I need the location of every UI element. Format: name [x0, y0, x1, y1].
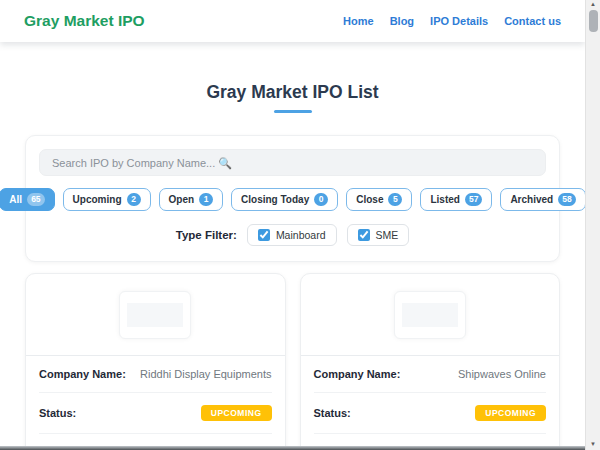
header: Gray Market IPO Home Blog IPO Details Co… — [0, 0, 585, 42]
logo-placeholder-inner — [402, 303, 458, 327]
nav-contact-us[interactable]: Contact us — [504, 15, 561, 27]
card-detail-rows: Company Name: Shipwaves Online Status: U… — [301, 356, 560, 450]
filter-all-label: All — [9, 194, 22, 205]
filter-open-count: 1 — [199, 193, 213, 206]
checkbox-sme[interactable]: SME — [347, 224, 410, 246]
company-name-label: Company Name: — [314, 368, 401, 380]
nav-home[interactable]: Home — [343, 15, 374, 27]
company-logo-placeholder — [119, 291, 191, 339]
filter-archived-label: Archived — [510, 194, 553, 205]
status-filter-row: All 65 Upcoming 2 Open 1 Closing Today 0… — [39, 188, 546, 211]
filter-closing-today-count: 0 — [314, 193, 328, 206]
company-name-value: Shipwaves Online — [458, 368, 546, 380]
ipo-card-grid: Company Name: Riddhi Display Equipments … — [25, 273, 560, 450]
filter-closing-today-label: Closing Today — [241, 194, 309, 205]
ipo-card-shipwaves[interactable]: Company Name: Shipwaves Online Status: U… — [300, 273, 561, 450]
filter-upcoming[interactable]: Upcoming 2 — [63, 188, 151, 211]
status-row: Status: UPCOMING — [314, 392, 547, 433]
filter-open-label: Open — [169, 194, 195, 205]
filter-open[interactable]: Open 1 — [159, 188, 224, 211]
main-nav: Home Blog IPO Details Contact us — [343, 15, 561, 27]
brand-logo[interactable]: Gray Market IPO — [24, 12, 145, 30]
page-title: Gray Market IPO List — [0, 82, 585, 103]
company-name-row: Company Name: Shipwaves Online — [314, 356, 547, 392]
filter-upcoming-count: 2 — [127, 193, 141, 206]
search-input[interactable] — [39, 149, 546, 176]
bottom-edge-strip — [0, 446, 585, 450]
company-name-row: Company Name: Riddhi Display Equipments — [39, 356, 272, 392]
status-badge: UPCOMING — [475, 405, 546, 421]
search-filter-panel: All 65 Upcoming 2 Open 1 Closing Today 0… — [25, 135, 560, 262]
company-logo-area — [301, 274, 560, 356]
filter-closing-today[interactable]: Closing Today 0 — [231, 188, 338, 211]
filter-all-count: 65 — [27, 193, 44, 206]
sme-checkbox-label: SME — [376, 229, 399, 241]
page-viewport: Gray Market IPO Home Blog IPO Details Co… — [0, 0, 585, 450]
mainboard-checkbox-label: Mainboard — [276, 229, 326, 241]
filter-close-count: 5 — [388, 193, 402, 206]
card-detail-rows: Company Name: Riddhi Display Equipments … — [26, 356, 285, 450]
company-name-label: Company Name: — [39, 368, 126, 380]
filter-all[interactable]: All 65 — [0, 188, 55, 211]
filter-close[interactable]: Close 5 — [346, 188, 412, 211]
mainboard-checkbox-input[interactable] — [258, 229, 270, 241]
type-filter-label: Type Filter: — [176, 229, 237, 241]
sme-checkbox-input[interactable] — [358, 229, 370, 241]
status-label: Status: — [39, 407, 76, 419]
scrollbar-thumb[interactable] — [589, 10, 598, 32]
nav-ipo-details[interactable]: IPO Details — [430, 15, 488, 27]
scroll-down-icon[interactable]: ▼ — [586, 440, 600, 449]
filter-archived-count: 58 — [558, 193, 575, 206]
filter-listed-count: 57 — [465, 193, 482, 206]
vertical-scrollbar[interactable]: ▲ ▼ — [585, 0, 600, 450]
company-logo-placeholder — [394, 291, 466, 339]
company-name-value: Riddhi Display Equipments — [140, 368, 271, 380]
nav-blog[interactable]: Blog — [390, 15, 414, 27]
type-filter-row: Type Filter: Mainboard SME — [39, 224, 546, 246]
ipo-card-riddhi[interactable]: Company Name: Riddhi Display Equipments … — [25, 273, 286, 450]
title-underline — [274, 110, 312, 113]
filter-listed[interactable]: Listed 57 — [420, 188, 492, 211]
filter-close-label: Close — [356, 194, 383, 205]
filter-archived[interactable]: Archived 58 — [500, 188, 585, 211]
status-badge: UPCOMING — [201, 405, 272, 421]
scroll-up-icon[interactable]: ▲ — [586, 0, 600, 9]
filter-upcoming-label: Upcoming — [73, 194, 122, 205]
logo-placeholder-inner — [127, 303, 183, 327]
status-label: Status: — [314, 407, 351, 419]
company-logo-area — [26, 274, 285, 356]
filter-listed-label: Listed — [430, 194, 459, 205]
status-row: Status: UPCOMING — [39, 392, 272, 433]
checkbox-mainboard[interactable]: Mainboard — [247, 224, 337, 246]
